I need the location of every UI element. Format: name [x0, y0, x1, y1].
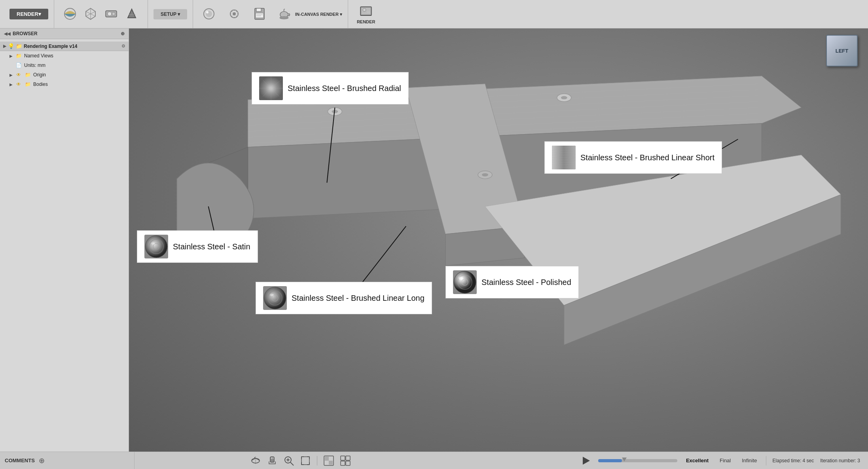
- iteration-number: Iteration number: 3: [820, 458, 860, 463]
- render-final-label: RENDER: [357, 19, 375, 24]
- tree-item-bodies[interactable]: ▶ 👁 📁 Bodies: [0, 80, 129, 89]
- quality-final[interactable]: Final: [717, 457, 733, 464]
- svg-point-46: [482, 173, 488, 177]
- browser-collapse-btn[interactable]: ◀◀: [4, 31, 10, 36]
- tree-root-label: Rendering Example v14: [24, 44, 77, 49]
- render-group: RENDER ▾: [4, 0, 54, 28]
- toolbar-icons-group: [54, 0, 148, 28]
- svg-point-7: [112, 12, 115, 15]
- svg-rect-93: [273, 457, 273, 459]
- svg-marker-8: [128, 9, 136, 18]
- render-arrow: ▾: [38, 11, 41, 17]
- svg-rect-92: [271, 457, 272, 459]
- final-render-button[interactable]: RENDER: [354, 3, 378, 26]
- svg-rect-110: [329, 461, 333, 465]
- render-controls: Excellent Final Infinite Elapsed time: 4…: [573, 455, 868, 466]
- svg-rect-16: [256, 8, 261, 11]
- tree-item-units[interactable]: 📄 Units: mm: [0, 61, 129, 70]
- status-bar: COMMENTS ⊕: [0, 452, 868, 469]
- appearance-button[interactable]: [60, 5, 80, 23]
- svg-rect-113: [341, 461, 345, 465]
- progress-fill: [598, 459, 622, 462]
- environment-button[interactable]: [80, 5, 101, 23]
- browser-panel: ◀◀ BROWSER ⊕ ▶ 💡 📁 Rendering Example v14…: [0, 28, 129, 452]
- annotation-polished: Stainless Steel - Polished: [445, 266, 579, 298]
- fit-tool[interactable]: [299, 454, 312, 467]
- svg-point-81: [454, 271, 476, 293]
- annotation-brushed-linear-long: Stainless Steel - Brushed Linear Long: [256, 282, 432, 314]
- elapsed-time: Elapsed time: 4 sec: [773, 458, 814, 463]
- setup-group: SETUP ▾: [148, 0, 193, 28]
- svg-point-6: [108, 12, 112, 16]
- svg-point-44: [561, 96, 567, 99]
- svg-rect-109: [325, 457, 329, 461]
- controls-separator: [766, 456, 766, 465]
- display-mode-btn[interactable]: [322, 454, 335, 467]
- render-progress-bar: [598, 459, 677, 462]
- browser-title: BROWSER: [13, 31, 38, 36]
- navigation-cube[interactable]: LEFT: [826, 35, 862, 70]
- svg-point-21: [280, 17, 288, 19]
- svg-rect-111: [341, 456, 345, 460]
- render-menu-button[interactable]: RENDER ▾: [9, 9, 48, 19]
- bottom-tools: [241, 454, 360, 467]
- svg-rect-91: [270, 457, 274, 462]
- render-final-group: RENDER: [348, 0, 384, 28]
- browser-header: ◀◀ BROWSER ⊕: [0, 28, 129, 39]
- render-label: RENDER: [17, 11, 38, 17]
- svg-line-95: [290, 462, 294, 465]
- svg-rect-23: [361, 8, 371, 15]
- cube-label: LEFT: [836, 48, 849, 54]
- mat-icon-brushed-linear-short: [552, 146, 576, 169]
- play-render-button[interactable]: [581, 455, 592, 466]
- toolbar-separator-1: [317, 456, 317, 465]
- quality-infinite[interactable]: Infinite: [739, 457, 759, 464]
- in-canvas-label: IN-CANVAS RENDER ▾: [295, 12, 342, 17]
- annotation-satin: Stainless Steel - Satin: [137, 230, 258, 263]
- grid-view-btn[interactable]: [339, 454, 352, 467]
- svg-point-85: [264, 287, 286, 309]
- mat-icon-brushed-radial: [259, 76, 283, 100]
- mat-icon-satin: [144, 235, 168, 258]
- svg-point-24: [363, 8, 366, 11]
- main-toolbar: RENDER ▾: [0, 0, 868, 28]
- pan-tool[interactable]: [265, 454, 279, 467]
- svg-point-84: [459, 277, 463, 280]
- in-canvas-group: IN-CANVAS RENDER ▾: [193, 0, 348, 28]
- tree-item-named-views[interactable]: ▶ 📁 Named Views: [0, 51, 129, 61]
- setup-button[interactable]: SETUP ▾: [154, 9, 187, 19]
- svg-point-12: [206, 11, 208, 13]
- quality-excellent[interactable]: Excellent: [684, 457, 711, 464]
- svg-rect-114: [346, 461, 350, 465]
- add-comment-btn[interactable]: ⊕: [39, 456, 45, 465]
- render-settings-btn[interactable]: [224, 5, 244, 23]
- browser-pin-btn[interactable]: ⊕: [121, 31, 125, 36]
- tree-item-origin[interactable]: ▶ 👁 📁 Origin: [0, 70, 129, 80]
- annotation-brushed-radial: Stainless Steel - Brushed Radial: [252, 72, 409, 104]
- zoom-tool[interactable]: [282, 454, 296, 467]
- tree-root-settings[interactable]: ⚙: [121, 44, 125, 49]
- svg-point-77: [145, 235, 167, 258]
- browser-tree: ▶ 💡 📁 Rendering Example v14 ⚙ ▶ 📁 Named …: [0, 39, 129, 91]
- save-render-btn[interactable]: [249, 5, 270, 23]
- svg-rect-112: [346, 456, 350, 460]
- main-viewport[interactable]: Stainless Steel - Brushed Radial: [129, 28, 868, 452]
- svg-rect-17: [256, 13, 263, 18]
- decal-button[interactable]: [121, 5, 142, 23]
- svg-point-88: [270, 294, 274, 296]
- svg-point-80: [151, 242, 155, 245]
- scene-settings-button[interactable]: [101, 5, 121, 23]
- comments-label: COMMENTS: [5, 458, 35, 463]
- comments-section: COMMENTS ⊕: [0, 452, 135, 469]
- setup-label: SETUP ▾: [161, 11, 180, 17]
- tree-root-row[interactable]: ▶ 💡 📁 Rendering Example v14 ⚙: [0, 42, 129, 51]
- in-canvas-render-btn[interactable]: [199, 5, 219, 23]
- mat-icon-polished: [453, 270, 477, 294]
- svg-rect-98: [301, 457, 309, 465]
- svg-point-14: [233, 12, 236, 15]
- annotation-brushed-linear-short: Stainless Steel - Brushed Linear Short: [544, 141, 722, 174]
- progress-marker: [622, 458, 627, 461]
- teapot-render-btn[interactable]: [275, 5, 295, 23]
- mat-icon-brushed-linear-long: [263, 286, 287, 310]
- orbit-tool[interactable]: [249, 454, 262, 467]
